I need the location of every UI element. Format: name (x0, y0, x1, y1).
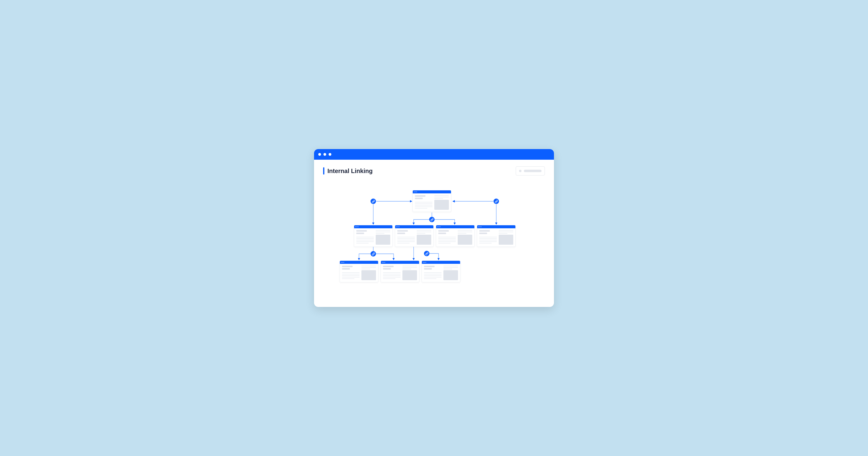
page-node-grandchild (380, 260, 420, 282)
link-icon (371, 251, 376, 257)
connector (435, 220, 455, 224)
link-icon (494, 199, 499, 204)
window-title-bar (314, 149, 554, 160)
page-node-grandchild (422, 260, 460, 282)
page-node-child (354, 225, 393, 247)
page-header: Internal Linking (314, 160, 554, 178)
window-dot-icon (318, 153, 321, 156)
connector (376, 254, 394, 260)
window-dot-icon (329, 153, 331, 156)
page-node-grandchild (340, 260, 378, 282)
page-node-root (412, 190, 451, 212)
page-node-child (395, 225, 434, 247)
link-icon (371, 199, 376, 204)
page-node-child (477, 225, 516, 247)
page-title-wrap: Internal Linking (323, 167, 373, 174)
link-icon (429, 217, 435, 222)
title-accent-bar (323, 167, 324, 174)
connector (414, 220, 429, 224)
window-dot-icon (323, 153, 326, 156)
connector (359, 254, 371, 260)
link-icon (424, 251, 429, 256)
browser-window: Internal Linking (314, 149, 554, 307)
diagram-area (314, 178, 554, 307)
placeholder-dot-icon (519, 170, 522, 172)
placeholder-bar (524, 170, 541, 172)
page-title: Internal Linking (328, 168, 373, 174)
page-node-child (436, 225, 475, 247)
header-placeholder-button[interactable] (516, 166, 545, 175)
